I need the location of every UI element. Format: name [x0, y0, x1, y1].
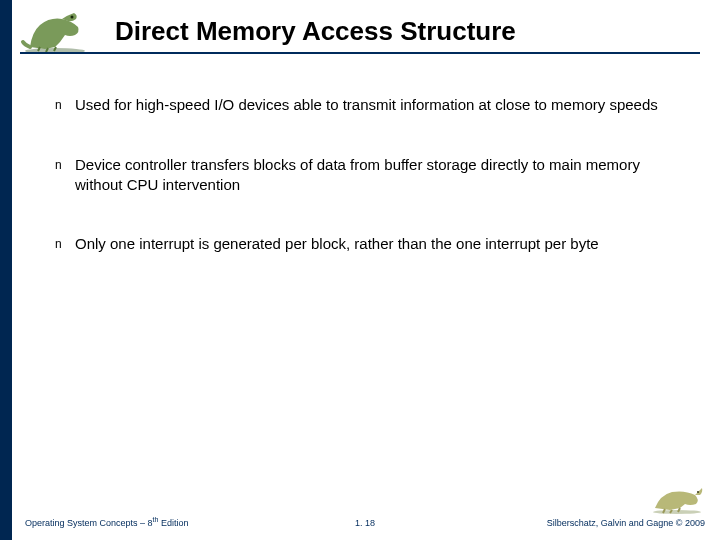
footer-book-prefix: Operating System Concepts – 8: [25, 518, 153, 528]
bullet-marker: n: [55, 155, 75, 175]
slide-header: Direct Memory Access Structure: [20, 12, 700, 62]
bullet-text: Only one interrupt is generated per bloc…: [75, 234, 685, 254]
bullet-item: n Device controller transfers blocks of …: [55, 155, 685, 194]
bullet-marker: n: [55, 234, 75, 254]
slide-number: 1. 18: [355, 518, 375, 528]
sidebar-stripe: [0, 0, 12, 540]
footer-copyright: Silberschatz, Galvin and Gagne © 2009: [547, 518, 705, 528]
footer-left-text: Operating System Concepts – 8th Edition: [25, 516, 188, 528]
bullet-text: Device controller transfers blocks of da…: [75, 155, 685, 194]
slide-content: n Used for high-speed I/O devices able t…: [55, 95, 685, 294]
slide-footer: Operating System Concepts – 8th Edition …: [25, 490, 705, 530]
bullet-text: Used for high-speed I/O devices able to …: [75, 95, 685, 115]
header-rule: [20, 52, 700, 54]
bullet-item: n Used for high-speed I/O devices able t…: [55, 95, 685, 115]
dinosaur-icon: [20, 7, 90, 55]
slide-title: Direct Memory Access Structure: [115, 16, 700, 47]
bullet-marker: n: [55, 95, 75, 115]
footer-book-suffix: Edition: [158, 518, 188, 528]
svg-point-1: [71, 16, 74, 19]
bullet-item: n Only one interrupt is generated per bl…: [55, 234, 685, 254]
